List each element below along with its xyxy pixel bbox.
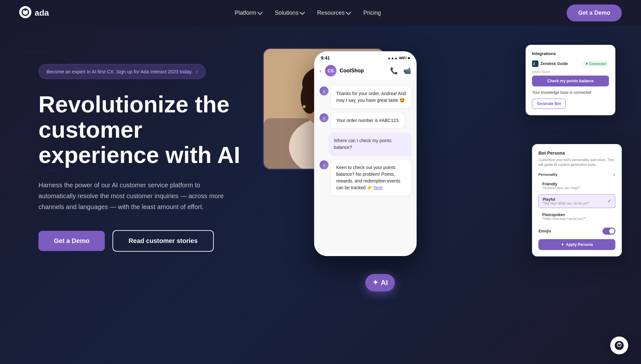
video-icon[interactable]: 📹 (403, 67, 411, 75)
personality-options: Friendly "Hi there! How can I help?" Pla… (538, 179, 615, 223)
bot-avatar: 🤖 (320, 113, 329, 122)
here-link[interactable]: here (374, 185, 383, 190)
hero-title: Revolutionize the customer experience wi… (38, 92, 244, 168)
hero-description: Harness the power of our AI customer ser… (38, 180, 231, 212)
read-stories-button[interactable]: Read customer stories (112, 230, 214, 252)
chat-message-3: Where can I check my points balance? (320, 133, 411, 155)
badge-arrow-icon: › (196, 68, 198, 75)
nav-item-solutions[interactable]: Solutions (275, 10, 304, 16)
chevron-down-icon (300, 10, 305, 15)
phone-header: ‹ CS CoolShop 📞 📹 (314, 62, 416, 81)
nav-links: Platform Solutions Resources Pricing (235, 10, 381, 16)
zendesk-icon: Z (532, 61, 538, 67)
generate-bot-button[interactable]: Generate Bot (532, 99, 566, 109)
chat-widget-button[interactable] (610, 336, 628, 354)
svg-text:Z: Z (533, 62, 535, 66)
personality-playful[interactable]: Playful "Hey Hey! What can I do for ya?"… (538, 194, 615, 208)
chevron-down-icon: ∨ (613, 173, 615, 177)
emoji-row: Emojis (538, 228, 615, 235)
nav-item-resources[interactable]: Resources (317, 10, 350, 16)
logo-text: ada (35, 8, 49, 18)
personality-friendly[interactable]: Friendly "Hi there! How can I help?" (538, 179, 615, 192)
phone-mockup: 9:41 ▲▲▲ WiFi ■ ‹ CS CoolShop 📞 📹 (314, 51, 417, 256)
connected-badge: Connected (583, 61, 609, 67)
emoji-toggle[interactable] (603, 228, 615, 235)
hero-left: Become an expert in AI-first CX. Sign up… (38, 45, 269, 252)
svg-point-25 (615, 341, 624, 350)
logo[interactable]: ada (19, 6, 49, 20)
integration-row: Z Zendesk Guide Connected (532, 61, 609, 67)
personality-plainspoken[interactable]: Plainspoken "Hello, How may I assist you… (538, 210, 615, 223)
bot-persona-panel: Bot Persona Customize your bot's persona… (532, 144, 622, 256)
hero-section: Become an expert in AI-first CX. Sign up… (0, 26, 641, 364)
apply-persona-button[interactable]: ✦ Apply Persona (538, 239, 615, 250)
svg-point-2 (24, 9, 26, 11)
chat-messages: 🤖 Thanks for your order, Andrea! And may… (314, 81, 416, 253)
navigation: ada Platform Solutions Resources Pricing (0, 0, 641, 26)
chat-message-2: 🤖 Your order number is #ABC123. (320, 113, 411, 128)
nav-item-platform[interactable]: Platform (235, 10, 262, 16)
get-demo-button[interactable]: Get a Demo (38, 231, 105, 251)
sparkle-icon: ✦ (561, 242, 564, 247)
svg-point-27 (619, 343, 620, 345)
hero-right: 📞 9:41 ▲▲▲ WiFi ■ (269, 45, 615, 320)
checkmark-icon: ✓ (607, 198, 611, 204)
hero-badge[interactable]: Become an expert in AI-first CX. Sign up… (38, 64, 206, 79)
phone-status-bar: 9:41 ▲▲▲ WiFi ■ (314, 52, 416, 62)
svg-point-0 (19, 6, 31, 18)
shop-avatar: CS (325, 65, 337, 77)
ai-badge: ✦ AI (365, 274, 395, 291)
hero-buttons: Get a Demo Read customer stories (38, 230, 269, 252)
chat-message-4: 🤖 Keen to check out your points balance?… (320, 160, 411, 196)
svg-point-17 (303, 105, 306, 108)
bot-avatar: 🤖 (320, 86, 329, 95)
check-points-button[interactable]: Check my points balance (532, 76, 609, 86)
bot-avatar: 🤖 (320, 160, 329, 169)
sparkle-icon: ✦ (372, 279, 378, 287)
back-icon[interactable]: ‹ (320, 67, 322, 75)
chevron-down-icon (257, 10, 263, 15)
chat-message-1: 🤖 Thanks for your order, Andrea! And may… (320, 86, 411, 108)
chevron-down-icon (346, 10, 351, 15)
call-icon[interactable]: 📞 (390, 67, 398, 75)
integrations-panel: Integrations Z Zendesk Guide Connected A… (526, 45, 615, 115)
nav-item-pricing[interactable]: Pricing (363, 10, 381, 16)
nav-get-demo-button[interactable]: Get a Demo (567, 4, 622, 21)
logo-icon (19, 6, 31, 20)
